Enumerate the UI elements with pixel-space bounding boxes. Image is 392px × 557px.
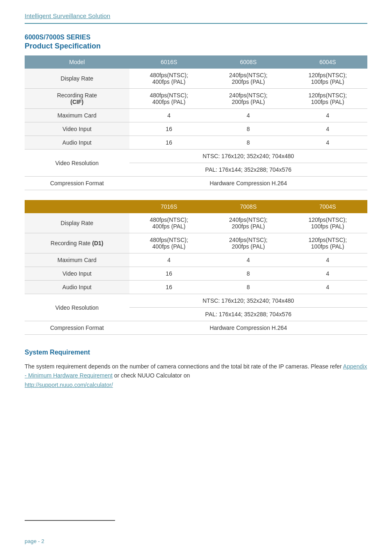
row-label-vres-7k: Video Resolution xyxy=(25,294,129,321)
table-row: Video Input 16 8 4 xyxy=(25,122,367,136)
sys-req-text-part1: The system requirement depends on the nu… xyxy=(25,363,343,370)
col-header-model: Model xyxy=(25,55,129,69)
cell-compression-7k: Hardware Compression H.264 xyxy=(129,321,367,335)
cell-display-6004s: 120fps(NTSC);100fps (PAL) xyxy=(288,69,367,89)
table-row: Display Rate 480fps(NTSC);400fps (PAL) 2… xyxy=(25,213,367,233)
row-label-display-rate-7k: Display Rate xyxy=(25,213,129,233)
cell-rec-6008s: 240fps(NTSC);200fps (PAL) xyxy=(209,89,288,109)
cell-video-res-pal: PAL: 176x144; 352x288; 704x576 xyxy=(129,163,367,177)
cell-vi-6016s: 16 xyxy=(129,122,209,136)
row-label-recording-rate: Recording Rate(CIF) xyxy=(25,89,129,109)
table-row: Display Rate 480fps(NTSC);400fps (PAL) 2… xyxy=(25,69,367,89)
col-header-6016s: 6016S xyxy=(129,55,209,69)
cell-vi-6008s: 8 xyxy=(209,122,288,136)
header-bar: Intelligent Surveillance Solution xyxy=(25,12,367,24)
row-label-compression-7k: Compression Format xyxy=(25,321,129,335)
col-header-7008s: 7008S xyxy=(209,200,288,213)
page-footer: page - 2 xyxy=(25,520,115,545)
row-label-display-rate: Display Rate xyxy=(25,69,129,89)
table-6000s: Model 6016S 6008S 6004S Display Rate 480… xyxy=(25,55,367,190)
cell-display-6016s: 480fps(NTSC);400fps (PAL) xyxy=(129,69,209,89)
col-header-6004s: 6004S xyxy=(288,55,367,69)
cell-rec-7004s: 120fps(NTSC);100fps (PAL) xyxy=(288,233,367,253)
col-header-7016s: 7016S xyxy=(129,200,209,213)
table-row-compression: Compression Format Hardware Compression … xyxy=(25,177,367,190)
table-7000s: 7016S 7008S 7004S Display Rate 480fps(NT… xyxy=(25,200,367,335)
row-label-video-res: Video Resolution xyxy=(25,150,129,177)
row-label-audio-input: Audio Input xyxy=(25,136,129,150)
table-row: Video Input 16 8 4 xyxy=(25,267,367,281)
table-row-compression-7k: Compression Format Hardware Compression … xyxy=(25,321,367,335)
cell-ai-7008s: 8 xyxy=(209,281,288,294)
cell-ai-6004s: 4 xyxy=(288,136,367,150)
table-row: Maximum Card 4 4 4 xyxy=(25,109,367,122)
table-row: Audio Input 16 8 4 xyxy=(25,281,367,294)
cell-vres-pal-7k: PAL: 176x144; 352x288; 704x576 xyxy=(129,308,367,321)
cell-rec-6016s: 480fps(NTSC);400fps (PAL) xyxy=(129,89,209,109)
table-row: Recording Rate(CIF) 480fps(NTSC);400fps … xyxy=(25,89,367,109)
cell-ai-7016s: 16 xyxy=(129,281,209,294)
table-row: Audio Input 16 8 4 xyxy=(25,136,367,150)
cell-ai-6008s: 8 xyxy=(209,136,288,150)
row-label-vi-7k: Video Input xyxy=(25,267,129,281)
cell-maxcard-7008s: 4 xyxy=(209,253,288,267)
calculator-link[interactable]: http://support.nuuo.com/calculator/ xyxy=(25,382,113,388)
row-label-ai-7k: Audio Input xyxy=(25,281,129,294)
cell-vi-7008s: 8 xyxy=(209,267,288,281)
cell-vi-6004s: 4 xyxy=(288,122,367,136)
cell-maxcard-6016s: 4 xyxy=(129,109,209,122)
row-label-video-input: Video Input xyxy=(25,122,129,136)
cell-vres-ntsc-7k: NTSC: 176x120; 352x240; 704x480 xyxy=(129,294,367,308)
series-title: 6000S/7000S SERIES xyxy=(25,34,367,41)
cell-maxcard-6008s: 4 xyxy=(209,109,288,122)
row-label-rec-rate-d1: Recording Rate (D1) xyxy=(25,233,129,253)
table-row-video-res-ntsc: Video Resolution NTSC: 176x120; 352x240;… xyxy=(25,150,367,163)
table-row: Maximum Card 4 4 4 xyxy=(25,253,367,267)
col-header-7004s: 7004S xyxy=(288,200,367,213)
cell-vi-7004s: 4 xyxy=(288,267,367,281)
cell-rec-6004s: 120fps(NTSC);100fps (PAL) xyxy=(288,89,367,109)
cell-maxcard-6004s: 4 xyxy=(288,109,367,122)
page-wrapper: Intelligent Surveillance Solution 6000S/… xyxy=(0,0,392,557)
system-req-text: The system requirement depends on the nu… xyxy=(25,362,367,389)
cell-display-7016s: 480fps(NTSC);400fps (PAL) xyxy=(129,213,209,233)
system-requirement-section: System Requirement The system requiremen… xyxy=(25,349,367,389)
cell-rec-7008s: 240fps(NTSC);200fps (PAL) xyxy=(209,233,288,253)
row-label-max-card-7k: Maximum Card xyxy=(25,253,129,267)
col-header-6008s: 6008S xyxy=(209,55,288,69)
cell-video-res-ntsc: NTSC: 176x120; 352x240; 704x480 xyxy=(129,150,367,163)
cell-compression: Hardware Compression H.264 xyxy=(129,177,367,190)
cell-display-7008s: 240fps(NTSC);200fps (PAL) xyxy=(209,213,288,233)
cell-maxcard-7004s: 4 xyxy=(288,253,367,267)
sys-req-text-part2: or check NUUO Calculator on xyxy=(113,372,190,379)
product-spec-title: Product Specification xyxy=(25,42,367,51)
row-label-max-card: Maximum Card xyxy=(25,109,129,122)
cell-rec-7016s: 480fps(NTSC);400fps (PAL) xyxy=(129,233,209,253)
brand-title: Intelligent Surveillance Solution xyxy=(25,12,110,19)
cell-display-7004s: 120fps(NTSC);100fps (PAL) xyxy=(288,213,367,233)
page-number: page - 2 xyxy=(25,538,44,544)
row-label-compression: Compression Format xyxy=(25,177,129,190)
cell-maxcard-7016s: 4 xyxy=(129,253,209,267)
col-header-empty xyxy=(25,200,129,213)
cell-display-6008s: 240fps(NTSC);200fps (PAL) xyxy=(209,69,288,89)
table-row: Recording Rate (D1) 480fps(NTSC);400fps … xyxy=(25,233,367,253)
cell-vi-7016s: 16 xyxy=(129,267,209,281)
table-row-vres-ntsc-7k: Video Resolution NTSC: 176x120; 352x240;… xyxy=(25,294,367,308)
system-req-title: System Requirement xyxy=(25,349,367,356)
cell-ai-6016s: 16 xyxy=(129,136,209,150)
cell-ai-7004s: 4 xyxy=(288,281,367,294)
